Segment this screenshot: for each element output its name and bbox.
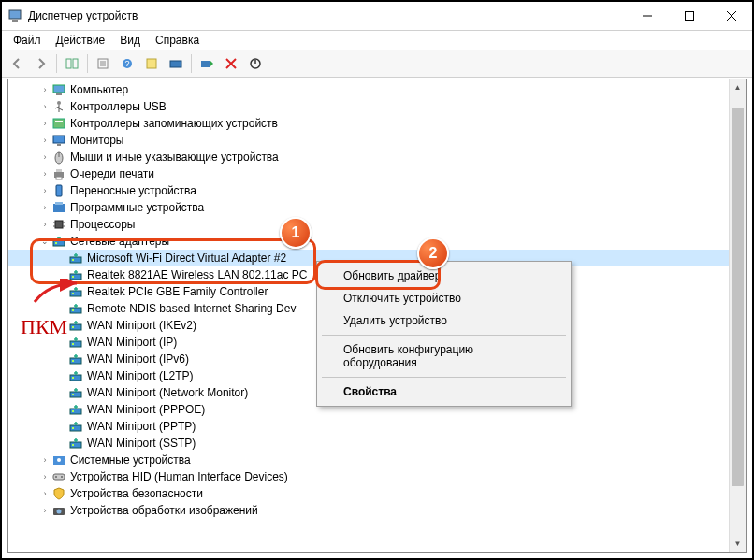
tree-item[interactable]: ›Контроллеры запоминающих устройств [8,115,746,132]
svg-rect-49 [72,309,74,311]
net-icon [68,368,83,383]
menubar: Файл Действие Вид Справка [2,31,752,50]
tree-item[interactable]: ›Процессоры [8,216,746,233]
tree-item[interactable]: ›Переносные устройства [8,182,746,199]
tree-item[interactable]: ›Мыши и иные указывающие устройства [8,149,746,165]
expander-spacer [55,285,68,298]
net-icon [68,352,83,366]
software-icon [51,200,66,215]
chevron-right-icon[interactable]: › [38,453,51,467]
svg-rect-7 [73,59,78,68]
chevron-right-icon[interactable]: › [38,487,51,500]
context-menu: Обновить драйвер Отключить устройство Уд… [316,261,572,407]
svg-rect-14 [147,59,156,68]
security-icon [51,486,66,501]
tree-item-label: Компьютер [70,83,128,96]
cm-properties[interactable]: Свойства [320,381,568,403]
chevron-right-icon[interactable]: › [38,504,51,517]
expander-spacer [55,319,68,332]
minimize-button[interactable] [626,2,668,30]
tree-item[interactable]: ›Контроллеры USB [8,98,746,115]
svg-rect-53 [72,343,74,345]
forward-button[interactable] [30,52,52,75]
portable-icon [51,183,66,198]
refresh-button[interactable] [140,52,163,75]
tree-item[interactable]: ›Устройства безопасности [8,485,746,502]
tree-item[interactable]: WAN Miniport (PPTP) [8,418,746,435]
chevron-right-icon[interactable]: › [38,100,51,113]
tree-item-label: WAN Miniport (L2TP) [87,369,194,382]
menu-help[interactable]: Справка [148,33,207,48]
svg-rect-34 [55,202,63,205]
tree-item[interactable]: ›Устройства HID (Human Interface Devices… [8,468,746,485]
svg-rect-25 [53,136,65,143]
scan-button[interactable] [165,52,187,75]
chevron-right-icon[interactable]: › [38,218,51,231]
chevron-right-icon[interactable]: › [38,184,51,197]
cm-scan-hardware[interactable]: Обновить конфигурацию оборудования [320,338,568,374]
chevron-right-icon[interactable]: › [38,83,51,96]
chevron-down-icon[interactable]: ⌄ [38,235,51,248]
svg-rect-32 [56,185,62,196]
disable-button[interactable] [244,52,267,75]
svg-rect-62 [70,425,81,431]
chevron-right-icon[interactable]: › [38,167,51,180]
help-button[interactable]: ? [116,52,138,75]
tree-item-label: WAN Miniport (IKEv2) [87,319,196,332]
menu-view[interactable]: Вид [112,33,148,48]
tree-item[interactable]: ›Системные устройства [8,452,746,468]
maximize-button[interactable] [668,2,710,30]
net-icon [68,284,83,299]
chevron-right-icon[interactable]: › [38,201,51,214]
cm-disable-device[interactable]: Отключить устройство [320,287,568,309]
svg-rect-23 [53,119,65,128]
expander-spacer [55,386,68,399]
scroll-down-arrow-icon[interactable]: ▼ [730,536,746,552]
expander-spacer [55,420,68,433]
chevron-right-icon[interactable]: › [38,470,51,483]
tree-item[interactable]: ⌄Сетевые адаптеры [8,233,746,250]
chevron-right-icon[interactable]: › [38,151,51,164]
svg-rect-68 [53,474,65,480]
hid-icon [51,469,66,484]
scrollbar-thumb[interactable] [732,108,744,486]
tree-item-label: Переносные устройства [70,184,196,197]
vertical-scrollbar[interactable]: ▲ ▼ [729,79,746,552]
svg-point-72 [57,510,62,514]
tree-item-label: Устройства обработки изображений [70,504,258,517]
tree-item[interactable]: ›Программные устройства [8,199,746,216]
net-icon [68,436,83,451]
expander-spacer [55,403,68,416]
chevron-right-icon[interactable]: › [38,134,51,147]
svg-rect-21 [56,93,62,95]
svg-rect-56 [70,375,81,381]
cm-update-driver[interactable]: Обновить драйвер [320,265,568,287]
update-driver-button[interactable] [196,52,218,75]
svg-point-67 [57,458,61,462]
cm-uninstall-device[interactable]: Удалить устройство [320,309,568,332]
scroll-up-arrow-icon[interactable]: ▲ [730,79,746,95]
tree-item[interactable]: WAN Miniport (SSTP) [8,435,746,452]
properties-button[interactable] [92,52,114,75]
menu-action[interactable]: Действие [49,33,113,48]
svg-rect-33 [53,204,65,212]
svg-rect-20 [53,85,65,93]
close-button[interactable] [710,2,752,30]
svg-point-69 [55,476,57,478]
tree-item[interactable]: ›Устройства обработки изображений [8,502,746,519]
tree-item-label: Мониторы [70,134,123,147]
tree-item-label: Remote NDIS based Internet Sharing Dev [87,302,296,315]
back-button[interactable] [6,52,28,75]
svg-rect-61 [72,410,74,412]
tree-item[interactable]: ›Очереди печати [8,165,746,182]
svg-rect-43 [72,259,74,261]
show-hide-button[interactable] [61,52,83,75]
uninstall-button[interactable] [220,52,242,75]
svg-rect-15 [170,61,181,67]
chevron-right-icon[interactable]: › [38,117,51,130]
tree-item[interactable]: ›Компьютер [8,81,746,98]
tree-item[interactable]: ›Мониторы [8,132,746,149]
net-icon [68,419,83,434]
tree-item-label: Системные устройства [70,453,191,467]
menu-file[interactable]: Файл [6,33,49,48]
